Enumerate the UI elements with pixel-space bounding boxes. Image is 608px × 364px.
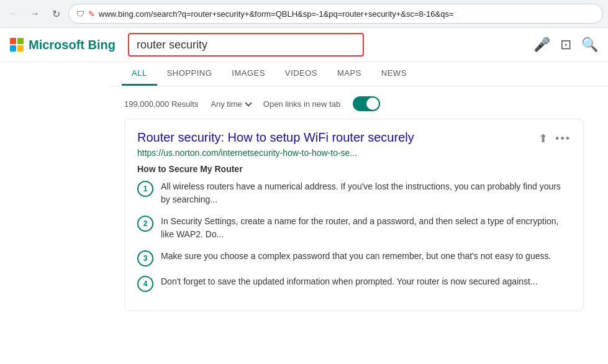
step-circle-4: 4 <box>137 276 153 292</box>
ms-logo <box>10 38 24 52</box>
bing-logo-text: Microsoft Bing <box>29 38 116 52</box>
camera-button[interactable]: ⊡ <box>560 37 571 53</box>
search-box-container <box>128 33 364 57</box>
anytime-filter[interactable]: Any time <box>211 99 251 109</box>
step-text-3: Make sure you choose a complex password … <box>161 250 571 263</box>
browser-chrome: ← → ↻ 🛡 ✎ www.bing.com/search?q=router+s… <box>0 0 608 28</box>
ms-sq1 <box>10 38 16 44</box>
results-count: 199,000,000 Results <box>124 99 198 109</box>
step-text-4: Don't forget to save the updated informa… <box>161 275 571 288</box>
share-icon: ⬆ <box>538 132 548 145</box>
shield-icon: 🛡 <box>76 9 84 19</box>
toggle-knob <box>366 98 379 110</box>
results-area: 199,000,000 Results Any time Open links … <box>0 86 608 316</box>
result-url[interactable]: https://us.norton.com/internetsecurity-h… <box>137 148 571 158</box>
tab-images[interactable]: IMAGES <box>222 62 275 86</box>
open-links-toggle[interactable] <box>353 96 380 111</box>
result-actions: ⬆ ••• <box>538 129 571 145</box>
result-header: Router security: How to setup WiFi route… <box>137 129 571 145</box>
ms-sq2 <box>17 38 24 44</box>
search-result-card: Router security: How to setup WiFi route… <box>124 119 584 311</box>
address-bar[interactable]: 🛡 ✎ www.bing.com/search?q=router+securit… <box>68 4 603 24</box>
more-icon: ••• <box>555 132 571 145</box>
bing-logo-normal: Microsoft <box>29 38 88 52</box>
search-input[interactable] <box>128 33 364 57</box>
browser-toolbar: ← → ↻ 🛡 ✎ www.bing.com/search?q=router+s… <box>0 0 608 27</box>
mic-button[interactable]: 🎤 <box>533 37 550 53</box>
address-url: www.bing.com/search?q=router+security+&f… <box>99 9 454 19</box>
tab-news[interactable]: NEWS <box>371 62 417 86</box>
result-step-4: 4 Don't forget to save the updated infor… <box>137 275 571 292</box>
reload-button[interactable]: ↻ <box>47 5 65 22</box>
step-circle-3: 3 <box>137 250 153 266</box>
bing-header: Microsoft Bing 🎤 ⊡ 🔍 <box>0 28 608 62</box>
result-step-2: 2 In Security Settings, create a name fo… <box>137 215 571 241</box>
step-text-2: In Security Settings, create a name for … <box>161 215 571 241</box>
bing-logo[interactable]: Microsoft Bing <box>10 38 116 52</box>
tab-videos[interactable]: VIDEOS <box>275 62 327 86</box>
tab-maps[interactable]: MAPS <box>327 62 371 86</box>
ms-sq4 <box>17 45 24 52</box>
mic-icon: 🎤 <box>533 37 550 53</box>
bing-page: Microsoft Bing 🎤 ⊡ 🔍 ALL SHOPPING IMAGES… <box>0 28 608 316</box>
forward-button[interactable]: → <box>26 5 43 22</box>
nav-tabs: ALL SHOPPING IMAGES VIDEOS MAPS NEWS <box>112 62 608 86</box>
step-circle-2: 2 <box>137 216 153 232</box>
header-icons: 🎤 ⊡ 🔍 <box>533 37 598 53</box>
search-icon: 🔍 <box>581 37 598 53</box>
result-steps: 1 All wireless routers have a numerical … <box>137 180 571 292</box>
results-meta: 199,000,000 Results Any time Open links … <box>124 91 598 119</box>
step-text-1: All wireless routers have a numerical ad… <box>161 180 571 206</box>
camera-icon: ⊡ <box>560 37 571 53</box>
result-step-1: 1 All wireless routers have a numerical … <box>137 180 571 206</box>
edit-icon: ✎ <box>88 9 95 19</box>
share-button[interactable]: ⬆ <box>538 132 548 145</box>
result-subtitle: How to Secure My Router <box>137 164 571 174</box>
result-title[interactable]: Router security: How to setup WiFi route… <box>137 129 414 145</box>
tab-all[interactable]: ALL <box>122 62 157 86</box>
search-button[interactable]: 🔍 <box>581 37 598 53</box>
result-step-3: 3 Make sure you choose a complex passwor… <box>137 250 571 266</box>
anytime-label: Any time <box>211 99 242 109</box>
open-links-label: Open links in new tab <box>263 99 340 109</box>
ms-sq3 <box>10 45 16 52</box>
step-circle-1: 1 <box>137 181 153 197</box>
back-button[interactable]: ← <box>5 5 22 22</box>
more-button[interactable]: ••• <box>555 132 571 145</box>
bing-logo-bold: Bing <box>88 38 116 52</box>
tab-shopping[interactable]: SHOPPING <box>157 62 222 86</box>
